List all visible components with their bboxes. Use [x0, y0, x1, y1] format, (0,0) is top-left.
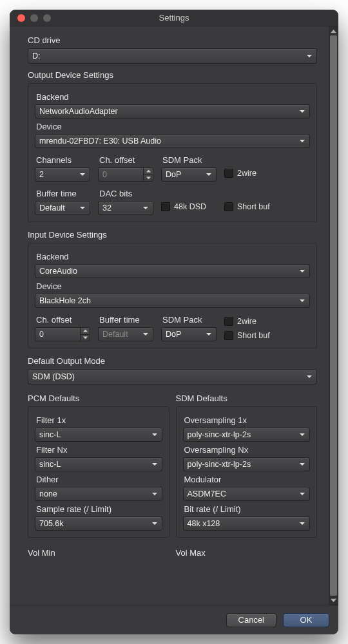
sdm-osnx-label: Oversampling Nx	[184, 445, 311, 455]
output-channels-value: 2	[39, 170, 44, 179]
sdm-mod-select[interactable]: ASDM7EC	[183, 487, 311, 501]
chevron-down-icon	[306, 374, 313, 380]
input-shortbuf-label: Short buf	[237, 331, 270, 340]
chevron-up-icon[interactable]	[81, 328, 90, 335]
chevron-down-icon	[299, 491, 305, 497]
traffic-lights	[17, 14, 51, 22]
input-choffset-stepper[interactable]: 0	[35, 327, 90, 341]
scroll-content: CD drive D: Output Device Settings Backe…	[10, 26, 329, 605]
pcm-group: Filter 1x sinc-L Filter Nx sinc-L Dither…	[28, 406, 169, 538]
pcm-filternx-value: sinc-L	[39, 460, 61, 469]
chevron-down-icon	[299, 138, 305, 144]
chevron-down-icon	[206, 331, 212, 337]
input-buffertime-value: Default	[102, 330, 128, 339]
output-48kdsd-checkbox[interactable]: 48k DSD	[161, 200, 217, 214]
chevron-down-icon	[151, 491, 158, 497]
output-sdmpack-select[interactable]: DoP	[161, 167, 217, 182]
pcm-dither-select[interactable]: none	[35, 487, 162, 501]
stepper-buttons[interactable]	[80, 328, 90, 341]
output-choffset-label: Ch. offset	[99, 155, 153, 165]
output-sdmpack-label: SDM Pack	[162, 155, 217, 165]
settings-window: Settings CD drive D: Output Device Setti…	[10, 10, 338, 634]
scroll-thumb[interactable]	[330, 35, 337, 596]
pcm-sr-value: 705.6k	[39, 519, 64, 528]
outmode-value: SDM (DSD)	[32, 372, 75, 381]
output-backend-label: Backend	[36, 92, 310, 102]
cancel-button[interactable]: Cancel	[226, 613, 276, 627]
zoom-icon[interactable]	[43, 14, 51, 22]
sdm-group: Oversampling 1x poly-sinc-xtr-lp-2s Over…	[176, 406, 318, 538]
output-buffertime-value: Default	[39, 204, 65, 213]
input-group: Backend CoreAudio Device BlackHole 2ch C…	[28, 243, 317, 348]
output-shortbuf-label: Short buf	[237, 202, 270, 211]
input-2wire-label: 2wire	[237, 317, 256, 326]
chevron-down-icon[interactable]	[144, 175, 153, 182]
input-sdmpack-value: DoP	[166, 330, 181, 339]
cancel-button-label: Cancel	[238, 615, 264, 625]
pcm-sr-select[interactable]: 705.6k	[35, 516, 162, 531]
output-device-select[interactable]: mrendu-02FBD7: E30: USB Audio	[35, 134, 310, 148]
output-2wire-checkbox[interactable]: 2wire	[224, 166, 310, 180]
input-choffset-value: 0	[39, 330, 44, 339]
input-title: Input Device Settings	[28, 230, 317, 240]
sdm-mod-value: ASDM7EC	[188, 489, 226, 498]
chevron-down-icon	[299, 520, 305, 527]
checkbox-icon	[224, 317, 233, 326]
cd-drive-value: D:	[32, 52, 41, 61]
outmode-select[interactable]: SDM (DSD)	[28, 369, 317, 384]
outmode-label: Default Output Mode	[28, 356, 317, 366]
sdm-os1x-select[interactable]: poly-sinc-xtr-lp-2s	[183, 428, 311, 442]
titlebar[interactable]: Settings	[10, 10, 338, 26]
output-48kdsd-label: 48k DSD	[174, 202, 206, 211]
cd-drive-select[interactable]: D:	[28, 48, 317, 64]
chevron-down-icon	[306, 53, 313, 59]
output-channels-select[interactable]: 2	[35, 167, 90, 182]
output-choffset-value: 0	[102, 170, 107, 179]
input-shortbuf-checkbox[interactable]: Short buf	[224, 330, 310, 341]
dialog-footer: Cancel OK	[10, 605, 338, 634]
vertical-scrollbar[interactable]	[329, 26, 338, 605]
chevron-down-icon[interactable]	[81, 335, 90, 341]
output-buffertime-select[interactable]: Default	[35, 201, 90, 215]
input-device-select[interactable]: BlackHole 2ch	[35, 294, 310, 308]
ok-button[interactable]: OK	[283, 613, 329, 627]
pcm-filter1x-select[interactable]: sinc-L	[35, 428, 162, 442]
cd-drive-label: CD drive	[28, 35, 317, 45]
input-device-value: BlackHole 2ch	[39, 296, 91, 305]
chevron-down-icon	[299, 461, 305, 468]
pcm-filternx-select[interactable]: sinc-L	[35, 457, 162, 471]
input-2wire-checkbox[interactable]: 2wire	[224, 316, 310, 327]
output-sdmpack-value: DoP	[166, 170, 181, 179]
chevron-down-icon	[79, 171, 86, 178]
pcm-filter1x-value: sinc-L	[39, 430, 61, 439]
output-shortbuf-checkbox[interactable]: Short buf	[224, 200, 310, 214]
checkbox-icon	[224, 331, 233, 340]
input-buffertime-select[interactable]: Default	[98, 327, 153, 341]
close-icon[interactable]	[17, 14, 25, 22]
output-device-value: mrendu-02FBD7: E30: USB Audio	[39, 137, 161, 146]
sdm-osnx-value: poly-sinc-xtr-lp-2s	[188, 460, 251, 469]
chevron-up-icon[interactable]	[144, 168, 153, 175]
input-backend-select[interactable]: CoreAudio	[35, 264, 310, 278]
stepper-buttons[interactable]	[143, 168, 153, 181]
input-sdmpack-select[interactable]: DoP	[161, 327, 217, 341]
output-2wire-label: 2wire	[237, 169, 256, 178]
input-device-label: Device	[36, 281, 310, 291]
content-area: CD drive D: Output Device Settings Backe…	[10, 26, 338, 605]
sdm-br-value: 48k x128	[188, 519, 220, 528]
output-backend-select[interactable]: NetworkAudioAdapter	[35, 104, 310, 118]
checkbox-icon	[224, 202, 233, 211]
sdm-br-select[interactable]: 48k x128	[183, 516, 311, 531]
output-dacbits-select[interactable]: 32	[98, 201, 153, 215]
window-title: Settings	[10, 13, 338, 23]
scroll-down-icon[interactable]	[330, 596, 337, 604]
input-backend-value: CoreAudio	[39, 267, 77, 276]
sdm-osnx-select[interactable]: poly-sinc-xtr-lp-2s	[183, 457, 311, 471]
sdm-title: SDM Defaults	[176, 393, 318, 403]
output-group: Backend NetworkAudioAdapter Device mrend…	[28, 83, 317, 222]
scroll-up-icon[interactable]	[330, 27, 337, 35]
output-choffset-stepper[interactable]: 0	[98, 167, 153, 182]
volmin-label: Vol Min	[28, 548, 169, 558]
output-dacbits-value: 32	[102, 204, 111, 213]
minimize-icon[interactable]	[30, 14, 38, 22]
